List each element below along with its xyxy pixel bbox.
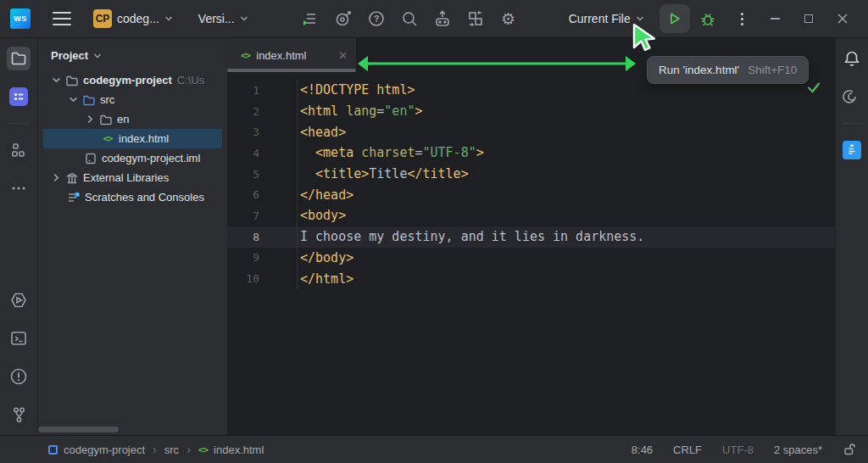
line-number[interactable]: 1 [227,84,297,97]
run-button[interactable] [659,4,690,33]
chevron-down-icon[interactable] [48,75,64,85]
run-tooltip: Run 'index.html' Shift+F10 [647,56,809,84]
line-number[interactable]: 10 [227,272,297,285]
line-number[interactable]: 8 [227,231,297,243]
tree-item-en[interactable]: en [38,109,227,129]
tree-item-codegym-project-iml[interactable]: codegym-project.iml [38,148,227,168]
tab-close-icon[interactable]: ✕ [338,49,348,62]
breadcrumb-label: src [164,443,179,456]
debug-button[interactable] [695,6,721,31]
line-number[interactable]: 5 [227,168,297,181]
sidebar-item-problems[interactable] [7,365,31,388]
breadcrumb-label: index.html [214,443,264,456]
sidebar-item-learn[interactable] [7,85,31,109]
layout-switch-icon[interactable] [466,9,485,28]
line-number[interactable]: 4 [227,147,297,159]
tab-index-html[interactable]: <> index.html ✕ [227,38,356,72]
code-text: <body> [297,205,835,226]
sidebar-item-notifications[interactable] [840,47,864,70]
line-number[interactable]: 7 [227,209,297,222]
sidebar-item-project[interactable] [7,47,31,70]
unlock-icon[interactable] [843,443,856,456]
chevron-down-icon [164,14,173,23]
project-tree: codegym-projectC:\Ussrcen<>index.htmlcod… [38,70,227,207]
horizontal-scrollbar[interactable] [38,427,119,432]
project-panel: Project codegym-projectC:\Ussrcen<>index… [38,38,227,435]
more-actions-icon[interactable] [732,9,751,28]
webstorm-window: WS CP codeg... Versi... ? [0,0,868,463]
breadcrumb-src[interactable]: src [164,443,179,456]
tree-item-label: en [117,113,129,126]
code-line[interactable]: 7<body> [227,205,835,226]
tree-item-label: src [100,93,114,106]
services-icon [9,291,28,310]
code-line[interactable]: 4 <meta charset="UTF-8"> [227,142,835,164]
line-separator[interactable]: CRLF [673,443,702,456]
inspections-ok-icon[interactable] [805,79,822,96]
tree-item-label: External Libraries [83,171,169,184]
tree-item-label: codegym-project [83,74,172,86]
module-icon [48,445,58,455]
run-configurations-icon[interactable] [301,9,320,28]
controller-upload-icon[interactable] [433,9,452,28]
project-panel-title: Project [51,49,88,62]
breadcrumb-file[interactable]: <> index.html [198,443,264,456]
code-text: I choose my destiny, and it lies in dark… [297,226,835,248]
iml-icon [82,152,99,165]
svg-text:?: ? [373,14,379,24]
close-button[interactable] [826,4,860,33]
chevron-right-icon[interactable] [48,173,64,182]
bell-icon [843,49,861,68]
sidebar-item-more[interactable] [7,176,31,200]
indent-style[interactable]: 2 spaces* [774,443,822,456]
vcs-widget[interactable]: Versi... [198,12,248,25]
tree-item-external-libraries[interactable]: External Libraries [38,168,227,187]
code-line[interactable]: 5 <title>Title</title> [227,164,835,185]
help-icon[interactable]: ? [367,9,386,28]
right-tool-strip [835,38,868,435]
sidebar-item-version-control[interactable] [7,403,31,427]
sidebar-item-learner-tasks[interactable] [840,138,864,162]
code-line[interactable]: 2<html lang="en"> [227,101,835,122]
folder-icon [97,113,114,126]
sidebar-item-services[interactable] [7,288,31,312]
line-number[interactable]: 6 [227,188,297,201]
code-line[interactable]: 8I choose my destiny, and it lies in dar… [227,226,835,248]
tree-item-scratches-and-consoles[interactable]: Scratches and Consoles [38,187,227,207]
code-area[interactable]: 1<!DOCTYPE html>2<html lang="en">3<head>… [227,72,835,289]
line-number[interactable]: 3 [227,126,297,138]
code-line[interactable]: 10</html> [227,268,835,289]
toolbar-icons: ? ⚙ [301,9,518,28]
line-number[interactable]: 9 [227,251,297,264]
main-menu-button[interactable] [53,12,71,25]
code-line[interactable]: 6</head> [227,184,835,205]
bug-icon [699,10,716,27]
project-panel-header[interactable]: Project [38,38,227,70]
ai-assistant-icon [843,87,861,106]
caret-position[interactable]: 8:46 [632,443,653,456]
chevron-right-icon[interactable] [82,114,97,124]
code-line[interactable]: 9</body> [227,248,835,269]
sidebar-item-terminal[interactable] [7,326,31,350]
maximize-button[interactable] [792,4,826,33]
tree-item-src[interactable]: src [38,90,227,109]
problems-icon [9,367,28,386]
breadcrumb-project[interactable]: codegym-project [48,443,145,456]
tree-item-codegym-project[interactable]: codegym-projectC:\Us [38,70,227,90]
target-icon[interactable] [334,9,353,28]
line-number[interactable]: 2 [227,105,297,118]
project-widget[interactable]: CP codeg... [93,9,173,28]
strip-divider [9,123,28,124]
file-encoding[interactable]: UTF-8 [722,443,754,456]
sidebar-item-structure[interactable] [7,138,31,162]
settings-gear-icon[interactable]: ⚙ [499,9,518,28]
code-line[interactable]: 3<head> [227,121,835,142]
chevron-down-icon[interactable] [65,95,81,104]
code-text: </html> [297,268,835,289]
tab-underline [227,69,356,72]
tree-item-index-html[interactable]: <>index.html [43,129,222,148]
sidebar-item-ai-assistant[interactable] [840,85,864,109]
search-icon[interactable] [400,9,419,28]
minimize-button[interactable] [758,4,792,33]
code-text: </body> [297,248,835,269]
